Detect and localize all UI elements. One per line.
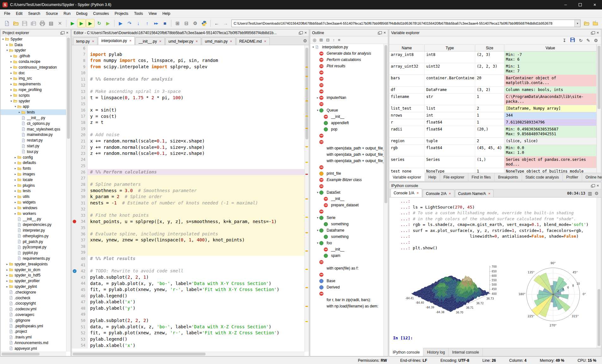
new-file-button[interactable] [3,19,11,27]
outline-item-Dataframe[interactable]: ▾Dataframe [310,227,384,234]
project-item-spyder_io_hdf5[interactable]: ▸spyder_io_hdf5 [1,272,66,278]
project-item-requirements[interactable]: ▸requirements [1,81,66,87]
combo-dropdown-icon[interactable]: ▾ [574,20,580,27]
code-line-23[interactable]: 23z += random.normal(scale=0.1, size=z.s… [72,150,304,157]
outline-item-Example-Bitzer-class[interactable]: Example Bitzer class [310,177,384,183]
code-line-51[interactable]: 51data, = pylab.plot(x, z, 'bo-', label=… [72,324,304,330]
project-item-windows[interactable]: ▸windows [1,205,66,211]
gutter[interactable]: 44 [72,281,88,287]
project-item-widgets[interactable]: ▸widgets [1,199,66,205]
project-item-Spyder[interactable]: ▾Spyder [1,36,66,42]
project-item-img_src[interactable]: ▸img_src [1,76,66,82]
gutter[interactable]: ✓42 [72,268,88,274]
project-item-dependencies.py[interactable]: dependencies.py [1,222,66,228]
close-tab-icon[interactable]: ✕ [264,40,267,43]
code-line-10[interactable]: 10 [72,70,304,76]
warning-flag[interactable] [305,251,308,252]
code-line-6[interactable]: 6 [72,45,304,52]
project-item-scripts[interactable]: ▸scripts [1,93,66,98]
project-item-requirements.py[interactable]: requirements.py [1,256,66,261]
tree-expand-icon[interactable]: ▸ [5,285,9,288]
outline-item-print_file[interactable]: print_file [310,170,384,177]
gutter[interactable]: 9 [72,64,88,70]
menu-run[interactable]: Run [61,10,73,17]
open-file-button[interactable] [11,19,20,27]
outline-item-pop[interactable]: pop [310,126,384,132]
undock-icon[interactable] [591,32,593,34]
project-item-utils[interactable]: ▸utils [1,194,66,199]
gutter[interactable]: 40 [72,256,88,262]
outline-item-with-open-data_path-output_file_n-[interactable]: with open(data_path + output_file_n... [310,151,384,158]
code-line-35[interactable]: 35 [72,225,304,231]
outline-item-Serie[interactable]: ▾Serie [310,215,384,221]
close-panel-icon[interactable]: ✕ [597,31,599,34]
pythonpath-button[interactable] [200,19,208,27]
column-header-type[interactable]: Type [425,45,475,51]
outline-item[interactable] [310,132,384,139]
close-panel-icon[interactable]: ✕ [304,31,307,34]
project-item-.github[interactable]: ▸.github [1,53,66,59]
tree-expand-icon[interactable]: ▾ [5,49,9,52]
browse-directory-button[interactable] [582,19,591,27]
editor-tab-interpolation.py[interactable]: interpolation.py✕ [98,36,135,45]
outline-item[interactable] [310,76,384,82]
outline-item-for-r-bar-in-zip-radii-bars-[interactable]: for r, bar in zip(radii, bars): [310,297,384,303]
outline-item[interactable] [310,82,384,88]
outline-item-something[interactable]: something [310,234,384,240]
warning-flag[interactable] [305,287,308,288]
warning-flag[interactable] [305,162,308,163]
tree-expand-icon[interactable]: ▸ [5,263,9,266]
gutter[interactable]: 35 [72,225,88,231]
working-directory-combo[interactable]: C:\Users\TestUser\Downloads\16740156420f… [231,20,580,27]
gutter[interactable]: 14 [72,95,88,101]
gutter[interactable]: 15 [72,101,88,107]
tree-expand-icon[interactable]: ▸ [5,274,9,277]
variable-row-df[interactable]: dfDataFrame(3, 2)Column names: bools, in… [389,87,597,94]
menu-source[interactable]: Source [43,10,61,17]
outline-item[interactable] [310,259,384,265]
project-item-.travis.yml[interactable]: .travis.yml [1,334,66,340]
gutter[interactable]: 39 [72,250,88,256]
project-item-spyder_profiler[interactable]: ▸spyder_profiler [1,278,66,284]
outline-item[interactable] [310,290,384,297]
code-line-13[interactable]: 13# Make ascending spiral in 3-space [72,88,304,95]
code-line-53[interactable]: 53pylab.legend() [72,336,304,343]
tree-expand-icon[interactable]: ▾ [14,105,17,108]
code-editor[interactable]: 67import pylab8from numpy import cos, li… [72,45,304,352]
project-item-images[interactable]: ▸images [1,171,66,177]
code-line-48[interactable]: 48pylab.ylabel('y') [72,305,304,312]
file-switcher-button[interactable]: ▤ [47,19,55,27]
tree-expand-icon[interactable]: ▸ [14,178,17,181]
code-line-37[interactable]: 37xnew, ynew, znew = splev(linspace(0, 1… [72,237,304,243]
code-line-7[interactable]: 7import pylab [72,52,304,58]
tree-expand-icon[interactable]: ▸ [14,195,17,198]
warning-flag[interactable] [305,116,308,117]
column-header-value[interactable]: Value [504,45,597,51]
undock-icon[interactable] [591,185,593,187]
gutter[interactable]: 13 [72,88,88,95]
console-pane-tab-history-log[interactable]: History log [423,348,449,356]
undock-icon[interactable] [378,32,380,34]
console-tab-Console 1/A[interactable]: Console 1/A✕ [390,189,422,197]
gutter[interactable]: 31 [72,200,88,206]
gutter[interactable]: 43 [72,274,88,281]
tree-expand-icon[interactable]: ▸ [5,279,9,282]
gutter[interactable]: 18 [72,119,88,126]
gutter[interactable]: 8 [72,58,88,64]
outline-item-Generate-data-for-analysis[interactable]: Generate data for analysis [310,50,384,57]
close-tab-icon[interactable]: ✕ [488,192,491,195]
code-line-9[interactable]: 9from scipy.interpolate import splprep, … [72,64,304,70]
step-over-button[interactable]: ↷ [125,19,134,27]
project-item-__init__.py[interactable]: __init__.py [1,216,66,222]
pane-tab-static-code-analysis[interactable]: Static code analysis [522,173,563,181]
console-tab-Console 2/A[interactable]: Console 2/A✕ [423,190,454,197]
code-line-43[interactable]: 43pylab.subplot(2, 2, 1) [72,274,304,281]
project-item-workers[interactable]: ▸workers [1,211,66,216]
gutter[interactable]: 46 [72,293,88,299]
debug-button[interactable]: ▶ [116,19,125,27]
gutter[interactable]: 45 [72,287,88,293]
close-tab-icon[interactable]: ✕ [196,40,198,43]
outline-item-foo[interactable]: ▾foo [310,240,384,246]
outline-item-imputerNan[interactable]: ▸imputerNan [310,94,384,101]
gutter[interactable]: 21 [72,138,88,144]
